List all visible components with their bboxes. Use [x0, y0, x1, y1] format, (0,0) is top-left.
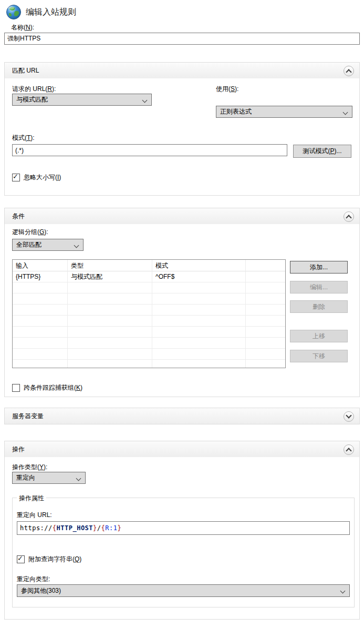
table-cell: [13, 338, 68, 349]
action-type-dropdown[interactable]: 重定向: [12, 472, 86, 484]
requested-url-dropdown[interactable]: 与模式匹配: [12, 94, 152, 106]
action-type-label: 操作类型(Y):: [12, 463, 47, 472]
chevron-down-icon: [74, 243, 79, 248]
requested-url-selected: 与模式匹配: [16, 95, 48, 104]
empty-row: [13, 316, 285, 327]
logical-grouping-selected: 全部匹配: [16, 240, 41, 249]
table-cell: [246, 360, 285, 368]
url-segment: R:1: [105, 524, 117, 532]
table-cell: [13, 316, 68, 327]
table-cell: 与模式匹配: [68, 271, 152, 282]
track-capture-groups-checkbox[interactable]: [12, 384, 20, 392]
redirect-type-dropdown[interactable]: 参阅其他(303): [17, 584, 350, 597]
using-dropdown[interactable]: 正则表达式: [216, 106, 352, 118]
track-capture-groups-row: 跨条件跟踪捕获组(K): [12, 383, 82, 392]
table-cell: ^OFF$: [152, 271, 246, 282]
ignore-case-checkbox[interactable]: [12, 174, 20, 181]
collapse-conditions-button[interactable]: [344, 211, 354, 222]
column-header[interactable]: 输入: [13, 260, 68, 271]
pattern-label: 模式(T):: [12, 134, 35, 143]
empty-row: [13, 338, 285, 349]
append-query-string-checkbox[interactable]: [17, 555, 25, 563]
table-cell: [68, 360, 152, 368]
collapse-match-url-button[interactable]: [344, 66, 354, 76]
action-properties-group: 操作属性 重定向 URL: https://{HTTP_HOST}/{R:1} …: [12, 498, 355, 607]
append-query-string-label: 附加查询字符串(Q): [28, 555, 81, 564]
url-segment: {: [53, 524, 57, 532]
using-label: 使用(S):: [216, 85, 238, 94]
expand-server-variables-button[interactable]: [344, 411, 354, 422]
conditions-header[interactable]: 条件: [5, 208, 359, 224]
empty-row: [13, 360, 285, 368]
ignore-case-row: 忽略大小写(I): [12, 173, 61, 182]
append-query-string-row: 附加查询字符串(Q): [17, 555, 81, 564]
table-cell: [13, 360, 68, 368]
add-button[interactable]: 添加...: [290, 261, 348, 274]
edit-button[interactable]: 编辑...: [290, 281, 348, 293]
redirect-url-label: 重定向 URL:: [17, 511, 52, 520]
chevron-up-icon: [346, 215, 351, 220]
logical-grouping-dropdown[interactable]: 全部匹配: [12, 239, 84, 251]
table-cell: [152, 360, 246, 368]
using-selected: 正则表达式: [220, 107, 252, 116]
empty-row: [13, 293, 285, 305]
column-header[interactable]: 模式: [152, 260, 246, 271]
action-header[interactable]: 操作: [5, 441, 359, 457]
action-type-selected: 重定向: [16, 473, 35, 482]
name-label: 名称(N):: [11, 23, 34, 32]
conditions-table: 输入类型模式 {HTTPS}与模式匹配^OFF$: [12, 259, 286, 368]
server-variables-header[interactable]: 服务器变量: [5, 408, 359, 424]
table-cell: [13, 327, 68, 338]
chevron-down-icon: [343, 110, 348, 115]
delete-button[interactable]: 删除: [290, 300, 348, 313]
table-cell: [13, 349, 68, 360]
table-cell: [13, 293, 68, 305]
collapse-action-button[interactable]: [344, 444, 354, 455]
action-properties-title: 操作属性: [17, 494, 46, 503]
section-conditions: 条件 逻辑分组(G): 全部匹配 输入类型模式 {HTTPS}与模式匹配^OFF…: [4, 208, 360, 397]
move-up-button[interactable]: 上移: [290, 330, 348, 342]
chevron-down-icon: [340, 589, 346, 594]
table-cell: [68, 349, 152, 360]
table-cell: [152, 338, 246, 349]
table-cell: [152, 282, 246, 293]
table-cell: [13, 282, 68, 293]
table-cell: [68, 316, 152, 327]
table-cell: [13, 305, 68, 316]
conditions-title: 条件: [12, 212, 25, 221]
dialog-title: 编辑入站规则: [26, 7, 76, 18]
empty-row: [13, 305, 285, 316]
table-cell: [68, 293, 152, 305]
table-cell: [246, 327, 285, 338]
ignore-case-label: 忽略大小写(I): [24, 173, 61, 182]
section-match-url: 匹配 URL 请求的 URL(R): 与模式匹配 使用(S): 正则表达式 模式…: [4, 62, 360, 196]
url-segment: }: [93, 524, 97, 532]
move-down-button[interactable]: 下移: [290, 350, 348, 362]
pattern-input[interactable]: [12, 144, 287, 156]
table-cell: [152, 316, 246, 327]
column-header[interactable]: [246, 260, 285, 271]
redirect-type-label: 重定向类型:: [17, 575, 50, 584]
url-segment: https://: [20, 524, 53, 532]
name-input[interactable]: [4, 33, 360, 45]
table-cell: [152, 327, 246, 338]
table-cell: [246, 305, 285, 316]
section-server-variables: 服务器变量: [4, 408, 360, 424]
chevron-down-icon: [142, 98, 148, 103]
table-cell: [246, 316, 285, 327]
empty-row: [13, 327, 285, 338]
condition-row[interactable]: {HTTPS}与模式匹配^OFF$: [13, 271, 285, 282]
globe-icon: [5, 4, 22, 21]
column-header[interactable]: 类型: [68, 260, 152, 271]
requested-url-label: 请求的 URL(R):: [12, 85, 56, 94]
redirect-url-input[interactable]: https://{HTTP_HOST}/{R:1}: [17, 521, 350, 535]
url-segment: /: [97, 524, 101, 532]
test-pattern-button[interactable]: 测试模式(P)...: [293, 145, 351, 158]
table-cell: [152, 305, 246, 316]
server-variables-title: 服务器变量: [12, 412, 44, 421]
empty-row: [13, 349, 285, 360]
match-url-header[interactable]: 匹配 URL: [5, 63, 359, 78]
table-cell: [68, 282, 152, 293]
table-cell: [246, 338, 285, 349]
table-cell: [246, 271, 285, 282]
